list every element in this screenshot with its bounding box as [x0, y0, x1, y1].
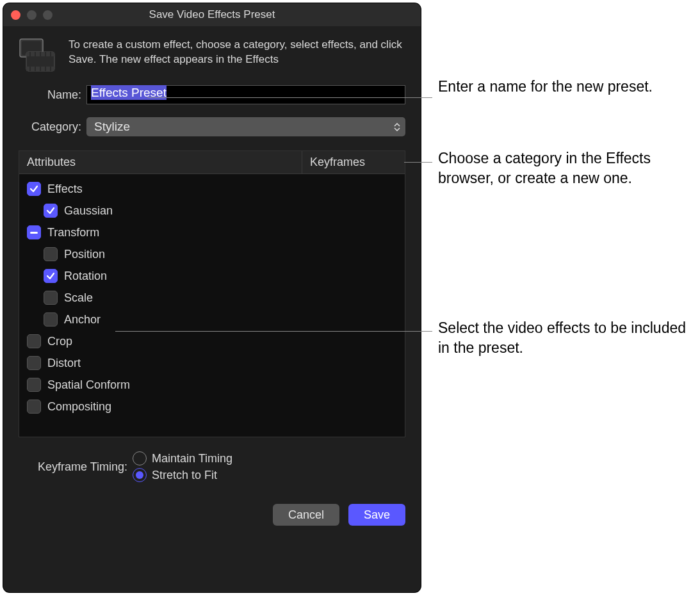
callout-line [404, 162, 432, 163]
checkbox[interactable] [27, 356, 41, 370]
attribute-label: Compositing [47, 400, 111, 414]
attribute-row[interactable]: Scale [19, 287, 405, 309]
radio-label: Maintain Timing [152, 452, 232, 465]
checkbox[interactable] [44, 247, 58, 261]
attribute-row[interactable]: Transform [19, 222, 405, 243]
attribute-row[interactable]: Rotation [19, 265, 405, 287]
attribute-row[interactable]: Compositing [19, 396, 405, 417]
chevron-up-down-icon [394, 123, 400, 131]
category-select[interactable]: Stylize [86, 117, 405, 136]
attribute-row[interactable]: Gaussian [19, 200, 405, 222]
attribute-label: Rotation [64, 270, 107, 283]
attribute-label: Gaussian [64, 204, 113, 218]
attribute-label: Crop [47, 335, 72, 348]
attribute-row[interactable]: Position [19, 243, 405, 265]
checkbox[interactable] [27, 182, 41, 196]
svg-rect-15 [30, 232, 38, 234]
attribute-label: Effects [47, 182, 83, 196]
keyframe-option[interactable]: Maintain Timing [133, 451, 232, 465]
name-label: Name: [19, 88, 81, 102]
attribute-row[interactable]: Spatial Conform [19, 374, 405, 396]
checkbox[interactable] [27, 225, 41, 239]
cancel-button[interactable]: Cancel [273, 504, 339, 526]
titlebar: Save Video Effects Preset [3, 3, 421, 26]
attribute-label: Transform [47, 226, 99, 239]
attribute-row[interactable]: Crop [19, 330, 405, 352]
attribute-row[interactable]: Effects [19, 178, 405, 200]
attribute-row[interactable]: Anchor [19, 309, 405, 330]
save-preset-dialog: Save Video Effects Preset To c [3, 3, 421, 592]
attribute-row[interactable]: Distort [19, 352, 405, 374]
radio-label: Stretch to Fit [152, 469, 217, 482]
keyframe-timing-label: Keyframe Timing: [19, 460, 127, 474]
attribute-label: Spatial Conform [47, 378, 130, 392]
keyframe-option[interactable]: Stretch to Fit [133, 468, 232, 482]
name-input[interactable]: Effects Preset [86, 85, 405, 104]
attribute-label: Position [64, 248, 105, 261]
callout-effects: Select the video effects to be included … [438, 318, 694, 358]
attribute-label: Distort [47, 357, 81, 370]
save-button[interactable]: Save [348, 504, 405, 526]
column-attributes[interactable]: Attributes [19, 151, 302, 174]
callout-line [147, 97, 432, 98]
attributes-table: Attributes Keyframes EffectsGaussianTran… [19, 150, 405, 437]
radio-button[interactable] [133, 451, 147, 465]
column-keyframes[interactable]: Keyframes [302, 151, 405, 174]
checkbox[interactable] [27, 400, 41, 414]
callout-category: Choose a category in the Effects browser… [438, 149, 694, 188]
attribute-label: Scale [64, 291, 93, 305]
checkbox[interactable] [44, 291, 58, 305]
header-text: To create a custom effect, choose a cate… [69, 38, 405, 74]
callout-name: Enter a name for the new preset. [438, 77, 669, 97]
window-title: Save Video Effects Preset [3, 8, 421, 21]
checkbox[interactable] [44, 204, 58, 218]
preset-icon [19, 38, 60, 74]
callout-line [115, 331, 432, 332]
category-label: Category: [19, 120, 81, 134]
category-value: Stylize [94, 120, 130, 134]
radio-button[interactable] [133, 468, 147, 482]
checkbox[interactable] [27, 334, 41, 348]
attribute-label: Anchor [64, 313, 101, 327]
checkbox[interactable] [44, 312, 58, 327]
checkbox[interactable] [44, 269, 58, 283]
checkbox[interactable] [27, 378, 41, 392]
